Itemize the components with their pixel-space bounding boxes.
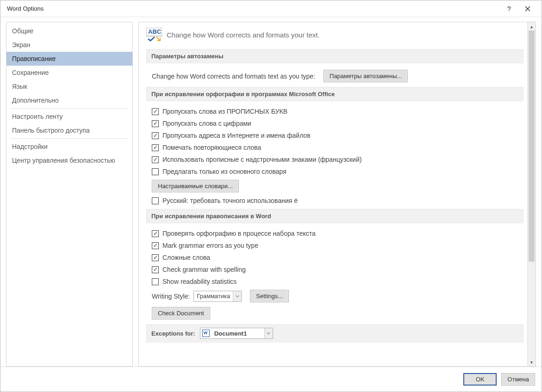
label-confused-words: Сложные слова [162, 254, 210, 261]
checkbox-accented-french[interactable] [152, 156, 159, 163]
dialog-body: Общие Экран Правописание Сохранение Язык… [0, 17, 542, 367]
sidebar-divider [10, 138, 129, 139]
label-grammar-spelling: Check grammar with spelling [162, 266, 246, 273]
ok-button[interactable]: OK [463, 373, 497, 386]
label-ignore-uppercase: Пропускать слова из ПРОПИСНЫХ БУКВ [162, 108, 287, 115]
checkbox-grammar-spelling[interactable] [152, 266, 159, 273]
exceptions-label: Exceptions for: [151, 330, 195, 337]
sidebar-item-trust-center[interactable]: Центр управления безопасностью [6, 153, 132, 167]
proofing-icon: ABC [146, 28, 162, 42]
sidebar-item-display[interactable]: Экран [6, 38, 132, 52]
checkbox-ignore-urls[interactable] [152, 132, 159, 139]
close-button[interactable] [518, 2, 537, 16]
writing-style-value: Грамматика [194, 293, 233, 300]
check-document-button[interactable]: Check Document [152, 307, 210, 319]
chevron-down-icon [233, 291, 241, 301]
sidebar-item-save[interactable]: Сохранение [6, 66, 132, 80]
svg-text:ABC: ABC [148, 28, 162, 35]
checkbox-readability[interactable] [152, 278, 159, 285]
main-content: ABC Change how Word corrects and formats… [139, 22, 527, 366]
sidebar-divider [10, 108, 129, 109]
sidebar-item-addins[interactable]: Надстройки [6, 140, 132, 153]
autocorrect-desc: Change how Word corrects and formats tex… [152, 73, 315, 80]
checkbox-main-dict-only[interactable] [152, 168, 159, 175]
writing-style-label: Writing Style: [152, 293, 190, 300]
label-russian-yo: Русский: требовать точного использования… [162, 197, 298, 204]
vertical-scrollbar[interactable]: ▴ ▾ [527, 22, 536, 366]
label-spell-as-type: Проверять орфографию в процессе набора т… [162, 230, 316, 237]
scroll-up-icon[interactable]: ▴ [528, 22, 536, 31]
page-header-text: Change how Word corrects and formats you… [167, 31, 320, 39]
scroll-down-icon[interactable]: ▾ [528, 358, 536, 366]
sidebar-item-proofing[interactable]: Правописание [6, 52, 132, 66]
checkbox-ignore-numbers[interactable] [152, 120, 159, 127]
exceptions-value: Document1 [212, 330, 262, 337]
main-panel: ABC Change how Word corrects and formats… [138, 22, 536, 367]
section-spelling-office: При исправлении орфографии в программах … [146, 87, 523, 101]
sidebar-item-advanced[interactable]: Дополнительно [6, 93, 132, 107]
custom-dictionaries-button[interactable]: Настраиваемые словари... [152, 180, 239, 192]
label-accented-french: Использовать прописные с надстрочными зн… [162, 156, 361, 163]
dialog-footer: OK Отмена [0, 367, 542, 392]
sidebar: Общие Экран Правописание Сохранение Язык… [6, 22, 133, 367]
word-doc-icon [202, 330, 210, 337]
dialog-title: Word Options [7, 5, 500, 12]
autocorrect-row: Change how Word corrects and formats tex… [152, 70, 523, 82]
checkbox-flag-repeated[interactable] [152, 144, 159, 151]
exceptions-select[interactable]: Document1 [200, 328, 273, 339]
scrollbar-thumb[interactable] [529, 31, 535, 262]
sidebar-item-quick-access[interactable]: Панель быстрого доступа [6, 123, 132, 137]
section-spelling-word: При исправлении правописания в Word [146, 209, 523, 223]
section-autocorrect: Параметры автозамены [146, 49, 523, 63]
label-ignore-urls: Пропускать адреса в Интернете и имена фа… [162, 132, 311, 139]
label-flag-repeated: Помечать повторяющиеся слова [162, 144, 261, 151]
page-header: ABC Change how Word corrects and formats… [146, 28, 523, 42]
writing-style-row: Writing Style: Грамматика Settings... [152, 290, 523, 302]
autocorrect-options-button[interactable]: Параметры автозамены... [324, 70, 408, 82]
settings-button[interactable]: Settings... [250, 290, 289, 302]
sidebar-item-general[interactable]: Общие [6, 24, 132, 38]
checkbox-confused-words[interactable] [152, 254, 159, 261]
titlebar: Word Options ? [0, 0, 542, 17]
cancel-button[interactable]: Отмена [501, 373, 535, 386]
sidebar-item-customize-ribbon[interactable]: Настроить ленту [6, 110, 132, 123]
writing-style-select[interactable]: Грамматика [193, 291, 242, 302]
label-readability: Show readability statistics [162, 278, 237, 285]
sidebar-item-language[interactable]: Язык [6, 80, 132, 93]
help-button[interactable]: ? [500, 2, 518, 16]
label-main-dict-only: Предлагать только из основного словаря [162, 168, 287, 175]
checkbox-spell-as-type[interactable] [152, 230, 159, 237]
label-ignore-numbers: Пропускать слова с цифрами [162, 120, 251, 127]
checkbox-grammar-as-type[interactable] [152, 242, 159, 249]
checkbox-russian-yo[interactable] [152, 197, 159, 204]
checkbox-ignore-uppercase[interactable] [152, 108, 159, 115]
word-options-dialog: Word Options ? Общие Экран Правописание … [0, 0, 542, 392]
label-grammar-as-type: Mark grammar errors as you type [162, 242, 258, 249]
chevron-down-icon [264, 328, 273, 338]
section-exceptions: Exceptions for: Document1 [146, 324, 523, 343]
close-icon [525, 6, 530, 12]
